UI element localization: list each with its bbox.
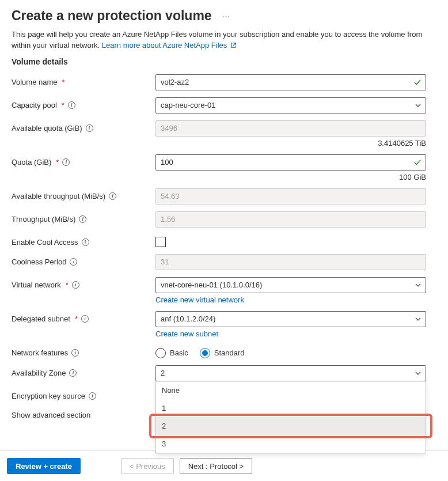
review-create-button[interactable]: Review + create (7, 458, 81, 474)
info-icon[interactable]: i (72, 281, 79, 289)
cool-access-label: Enable Cool Access (12, 238, 78, 247)
virtual-network-label: Virtual network (12, 281, 61, 289)
network-features-basic-radio[interactable]: Basic (155, 348, 188, 358)
next-protocol-button[interactable]: Next : Protocol > (180, 458, 252, 474)
encryption-key-source-label: Encryption key source (12, 392, 85, 400)
info-icon[interactable]: i (62, 158, 70, 166)
network-features-label: Network features (12, 349, 68, 357)
coolness-period-label: Coolness Period (12, 257, 66, 266)
info-icon[interactable]: i (82, 238, 89, 246)
delegated-subnet-label: Delegated subnet (12, 315, 70, 323)
availability-zone-select[interactable]: 2 (155, 365, 426, 381)
volume-name-input[interactable] (155, 74, 426, 90)
available-quota-input (155, 120, 426, 137)
quota-label: Quota (GiB) (12, 158, 51, 166)
delegated-subnet-select[interactable]: anf (10.1.2.0/24) (155, 311, 426, 327)
info-icon[interactable]: i (109, 192, 116, 200)
show-advanced-label: Show advanced section (12, 411, 90, 419)
info-icon[interactable]: i (86, 124, 93, 132)
info-icon[interactable]: i (89, 392, 96, 400)
network-features-standard-radio[interactable]: Standard (200, 348, 245, 358)
radio-label-standard: Standard (214, 349, 245, 357)
az-option-none[interactable]: None (156, 381, 426, 399)
info-icon[interactable]: i (81, 315, 89, 323)
available-quota-sub: 3.4140625 TiB (155, 139, 426, 147)
throughput-label: Throughput (MiB/s) (12, 215, 75, 224)
info-icon[interactable]: i (68, 101, 75, 109)
highlight-annotation (149, 414, 432, 438)
ellipsis-menu-icon[interactable]: ··· (222, 12, 231, 21)
quota-sub: 100 GiB (155, 173, 426, 181)
cool-access-checkbox[interactable] (155, 237, 166, 247)
page-title: Create a new protection volume (12, 8, 212, 24)
info-icon[interactable]: i (69, 369, 77, 377)
volume-name-label: Volume name (12, 78, 58, 86)
coolness-period-input (155, 254, 426, 270)
create-subnet-link[interactable]: Create new subnet (155, 329, 218, 338)
capacity-pool-select[interactable]: cap-neu-core-01 (155, 97, 426, 113)
availability-zone-label: Availability Zone (12, 369, 66, 377)
radio-label-basic: Basic (170, 349, 188, 357)
info-icon[interactable]: i (71, 349, 79, 357)
info-icon[interactable]: i (79, 215, 86, 223)
az-option-3[interactable]: 3 (156, 435, 426, 453)
intro-paragraph: This page will help you create an Azure … (12, 29, 436, 51)
info-icon[interactable]: i (70, 258, 77, 266)
az-option-1[interactable]: 1 (156, 399, 426, 417)
virtual-network-select[interactable]: vnet-core-neu-01 (10.1.0.0/16) (155, 277, 426, 293)
previous-button: < Previous (121, 458, 174, 474)
section-heading-volume-details: Volume details (12, 57, 436, 66)
learn-more-link[interactable]: Learn more about Azure NetApp Files (102, 41, 237, 50)
az-option-2[interactable]: 2 (156, 417, 426, 435)
throughput-input (155, 211, 426, 228)
available-throughput-label: Available throughput (MiB/s) (12, 192, 105, 200)
available-throughput-input (155, 188, 426, 204)
availability-zone-dropdown: None 1 2 3 (155, 381, 426, 453)
create-virtual-network-link[interactable]: Create new virtual network (155, 296, 244, 304)
capacity-pool-label: Capacity pool (12, 101, 57, 109)
external-link-icon (230, 41, 237, 47)
available-quota-label: Available quota (GiB) (12, 124, 82, 132)
quota-input[interactable] (155, 154, 426, 171)
footer-bar: Review + create < Previous Next : Protoc… (0, 450, 448, 481)
